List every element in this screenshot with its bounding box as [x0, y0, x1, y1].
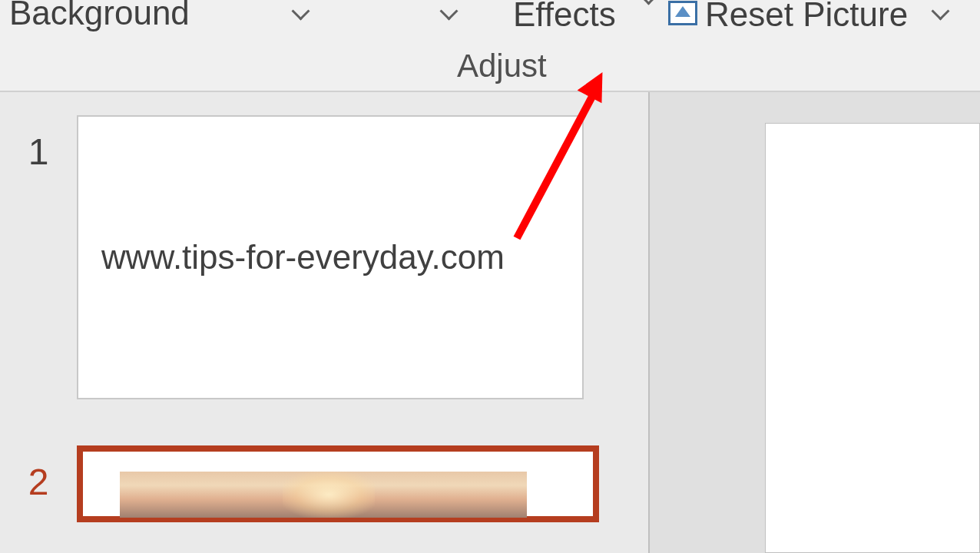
remove-background-button[interactable]: Background [9, 0, 190, 32]
reset-picture-button[interactable]: Reset Picture [668, 0, 908, 34]
reset-label: Reset Picture [705, 0, 908, 34]
ribbon-group-label: Adjust [457, 48, 547, 84]
slide-number: 1 [0, 115, 77, 173]
chevron-down-icon[interactable] [294, 5, 313, 15]
artistic-effects-button[interactable]: Effects [513, 0, 639, 34]
slide-thumbnail[interactable]: www.tips-for-everyday.com [77, 115, 584, 399]
chevron-down-icon[interactable] [934, 5, 952, 15]
chevron-down-icon[interactable] [442, 5, 461, 15]
slide-editor-area [650, 92, 980, 553]
slide-thumbnail-selected[interactable] [77, 445, 599, 522]
slide-image-preview [120, 472, 527, 518]
slide-thumbnail-panel: 1 www.tips-for-everyday.com 2 [0, 92, 648, 553]
picture-icon [668, 1, 697, 25]
background-label: Background [9, 0, 190, 31]
slide-thumbnail-item[interactable]: 2 [0, 445, 648, 522]
workspace: 1 www.tips-for-everyday.com 2 [0, 92, 980, 553]
ribbon-toolbar: Background Effects Reset Picture Adjust [0, 0, 980, 92]
slide-number: 2 [0, 445, 77, 503]
slide-content-text: www.tips-for-everyday.com [101, 238, 505, 276]
slide-thumbnail-item[interactable]: 1 www.tips-for-everyday.com [0, 115, 648, 399]
main-slide-canvas[interactable] [765, 123, 980, 553]
effects-label: Effects [513, 0, 616, 34]
